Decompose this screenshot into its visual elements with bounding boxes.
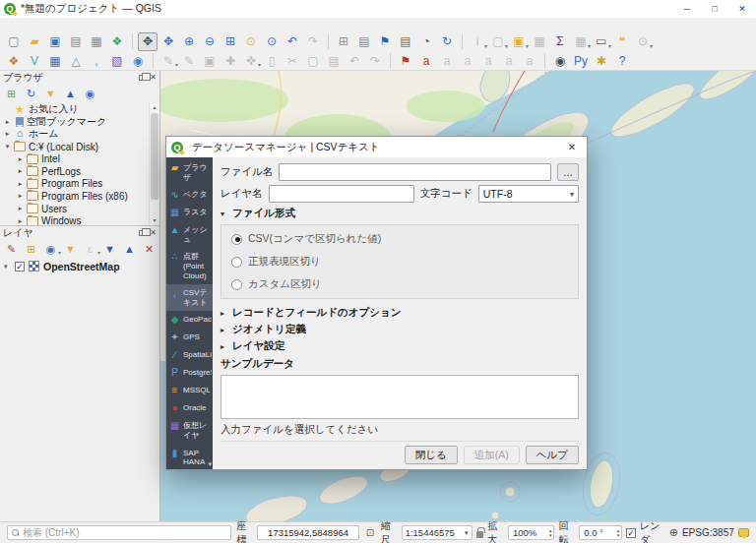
pan-to-selection-button[interactable]: ✥ bbox=[158, 32, 178, 51]
close-dialog-button[interactable]: 閉じる bbox=[405, 446, 458, 464]
magnifier-stepper[interactable]: 100% ▴▾ bbox=[508, 525, 554, 540]
scrollbar-thumb[interactable] bbox=[151, 113, 158, 200]
scroll-down-icon[interactable]: ▾ bbox=[150, 215, 159, 225]
file-format-radio-option[interactable]: CSV(コンマで区切られた値) bbox=[231, 232, 568, 246]
select-features-button[interactable]: ▢ bbox=[488, 32, 508, 51]
vertex-tool-button[interactable]: ✜ bbox=[241, 51, 261, 70]
field-calculator-button[interactable]: ▦ bbox=[571, 32, 591, 51]
filter-legend-button[interactable]: ▼ bbox=[62, 241, 79, 257]
zoom-to-layer-button[interactable]: ⊙ bbox=[262, 32, 282, 51]
expander-icon[interactable]: ▸ bbox=[17, 205, 24, 212]
zoom-next-button[interactable]: ↷ bbox=[303, 32, 323, 51]
expander-icon[interactable]: ▸ bbox=[17, 217, 24, 225]
tree-item-spatial-bookmarks[interactable]: ▸ 空間ブックマーク bbox=[0, 116, 159, 129]
expander-icon[interactable]: ▾ bbox=[4, 143, 11, 151]
dialog-close-button[interactable]: ✕ bbox=[557, 137, 587, 157]
dialog-titlebar[interactable]: Q データソースマネージャ | CSVテキスト ✕ bbox=[166, 137, 587, 157]
tree-item-perflogs[interactable]: ▸ PerfLogs bbox=[0, 165, 159, 178]
tab-vector[interactable]: ∿ ベクタ bbox=[166, 186, 213, 204]
open-attribute-table-button[interactable]: ▦ bbox=[530, 32, 549, 51]
label-move-button[interactable]: a bbox=[478, 51, 498, 70]
tab-mesh[interactable]: ▲ メッシュ bbox=[166, 221, 213, 248]
refresh-browser-button[interactable]: ↻ bbox=[23, 86, 39, 101]
tab-raster[interactable]: ▦ ラスタ bbox=[166, 204, 213, 221]
add-mesh-layer-button[interactable]: △ bbox=[66, 51, 86, 70]
add-vector-layer-button[interactable]: V bbox=[25, 51, 44, 70]
browser-scrollbar[interactable]: ▴ ▾ bbox=[149, 102, 159, 225]
encoding-select[interactable]: UTF-8 ▾ bbox=[478, 185, 579, 203]
new-print-layout-button[interactable]: ▤ bbox=[66, 32, 86, 51]
label-highlight-button[interactable]: a bbox=[458, 51, 477, 70]
tree-item-favorites[interactable]: お気に入り bbox=[0, 103, 159, 116]
zoom-to-selection-button[interactable]: ⊙ bbox=[241, 32, 261, 51]
zoom-in-button[interactable]: ⊕ bbox=[179, 32, 199, 51]
add-selected-layers-button[interactable]: ⊞ bbox=[3, 86, 20, 101]
layers-close-icon[interactable]: ✕ bbox=[150, 229, 157, 237]
tab-oracle[interactable]: ● Oracle bbox=[166, 399, 213, 417]
cut-features-button[interactable]: ✂ bbox=[283, 51, 302, 70]
tree-item-intel[interactable]: ▸ Intel bbox=[0, 152, 159, 165]
data-source-manager-button[interactable]: ❖ bbox=[4, 51, 24, 70]
section-record-field-options[interactable]: ▸ レコードとフィールドのオプション bbox=[220, 306, 579, 320]
layout-manager-button[interactable]: ▦ bbox=[87, 32, 106, 51]
expander-icon[interactable]: ▾ bbox=[4, 263, 11, 271]
crs-value[interactable]: EPSG:3857 bbox=[682, 527, 734, 538]
file-format-radio-option[interactable]: 正規表現区切り bbox=[231, 255, 568, 269]
section-layer-settings[interactable]: ▸ レイヤ設定 bbox=[220, 339, 579, 353]
statistics-button[interactable]: Σ bbox=[550, 32, 570, 51]
expander-icon[interactable]: ▸ bbox=[17, 167, 24, 175]
spin-down-icon[interactable]: ▾ bbox=[617, 533, 620, 538]
section-geometry-definition[interactable]: ▸ ジオメトリ定義 bbox=[220, 323, 579, 336]
globe-plugin-button[interactable]: ◉ bbox=[550, 51, 570, 70]
expander-icon[interactable]: ▸ bbox=[4, 130, 11, 138]
zoom-last-button[interactable]: ↶ bbox=[283, 32, 302, 51]
scale-select[interactable]: 1:15446575 ▾ bbox=[402, 525, 472, 540]
render-checkbox[interactable]: ✓ bbox=[626, 528, 636, 538]
expander-icon[interactable]: ▸ bbox=[17, 180, 24, 188]
locator-search-button[interactable]: ⊙ bbox=[633, 32, 653, 51]
zoom-out-button[interactable]: ⊖ bbox=[200, 32, 220, 51]
map-themes-button[interactable]: ◉ bbox=[42, 241, 59, 257]
messages-icon[interactable] bbox=[738, 528, 749, 537]
save-project-button[interactable]: ▣ bbox=[45, 32, 65, 51]
open-project-button[interactable]: ▰ bbox=[25, 32, 44, 51]
add-wms-layer-button[interactable]: ◉ bbox=[128, 51, 148, 70]
add-virtual-layer-button[interactable]: ▧ bbox=[107, 51, 127, 70]
python-console-button[interactable]: Py bbox=[571, 51, 591, 70]
new-spatial-bookmark-button[interactable]: ⚑ bbox=[375, 32, 395, 51]
tab-browser[interactable]: ▰ ブラウザ bbox=[166, 159, 213, 186]
file-format-header[interactable]: ▾ ファイル形式 bbox=[220, 207, 579, 220]
pan-map-button[interactable]: ✥ bbox=[138, 32, 158, 51]
minimize-button[interactable]: ─ bbox=[673, 0, 701, 18]
tab-postgresql[interactable]: P PostgreSQL bbox=[166, 364, 213, 382]
label-pin-button[interactable]: a bbox=[437, 51, 457, 70]
tree-item-windows[interactable]: ▸ Windows bbox=[0, 214, 159, 225]
style-manager-button[interactable]: ❖ bbox=[107, 32, 127, 51]
layer-labeling-button[interactable]: ⚑ bbox=[396, 51, 415, 70]
scroll-up-icon[interactable]: ▴ bbox=[150, 102, 159, 112]
show-spatial-bookmarks-button[interactable]: ▤ bbox=[396, 32, 415, 51]
browser-properties-button[interactable]: ◉ bbox=[82, 86, 98, 101]
processing-toolbox-button[interactable]: ✱ bbox=[592, 51, 611, 70]
remove-layer-button[interactable]: ✕ bbox=[141, 241, 158, 257]
tab-spatialite[interactable]: ∕ SpatiaLite bbox=[166, 346, 213, 364]
tab-geopackage[interactable]: ◆ GeoPackage bbox=[166, 311, 213, 329]
file-name-input[interactable] bbox=[279, 163, 551, 181]
tabs-scroll-down-icon[interactable]: ▾ bbox=[208, 460, 212, 468]
label-change-button[interactable]: a bbox=[520, 51, 539, 70]
tab-delimited-text[interactable]: , CSVテキスト bbox=[166, 284, 213, 311]
plugin-help-button[interactable]: ? bbox=[612, 51, 632, 70]
help-button[interactable]: ヘルプ bbox=[526, 446, 579, 464]
filter-expression-button[interactable]: ε bbox=[82, 241, 98, 257]
map-tips-button[interactable]: ❝ bbox=[612, 32, 632, 51]
add-feature-button[interactable]: ✚ bbox=[220, 51, 240, 70]
paste-features-button[interactable]: ▤ bbox=[324, 51, 344, 70]
browser-float-icon[interactable] bbox=[139, 75, 146, 81]
copy-features-button[interactable]: ▢ bbox=[303, 51, 323, 70]
file-format-radio-option[interactable]: カスタム区切り bbox=[231, 277, 568, 291]
redo-button[interactable]: ↷ bbox=[365, 51, 385, 70]
tab-point-cloud[interactable]: ∴ 点群 (Point Cloud) bbox=[166, 248, 213, 284]
current-edits-button[interactable]: ✎ bbox=[158, 51, 178, 70]
tree-item-users[interactable]: ▸ Users bbox=[0, 203, 159, 215]
browse-file-button[interactable]: … bbox=[557, 163, 579, 181]
